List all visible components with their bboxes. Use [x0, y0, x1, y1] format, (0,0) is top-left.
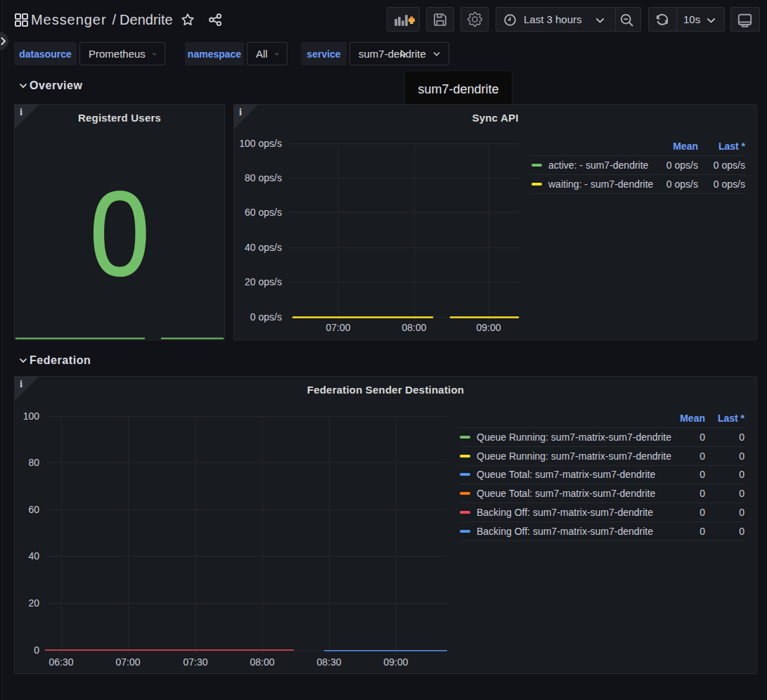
svg-text:07:30: 07:30	[183, 656, 207, 668]
svg-text:20: 20	[28, 597, 39, 609]
svg-text:60: 60	[28, 504, 39, 515]
svg-text:40: 40	[28, 550, 39, 562]
svg-text:100: 100	[23, 410, 40, 422]
svg-text:80: 80	[28, 457, 39, 468]
svg-text:40 ops/s: 40 ops/s	[245, 242, 282, 253]
svg-text:08:00: 08:00	[250, 656, 274, 668]
svg-text:0: 0	[34, 644, 39, 656]
svg-text:08:00: 08:00	[401, 322, 426, 333]
svg-text:0 ops/s: 0 ops/s	[250, 311, 282, 323]
svg-text:09:00: 09:00	[383, 656, 408, 668]
svg-text:07:00: 07:00	[115, 656, 140, 668]
svg-text:20 ops/s: 20 ops/s	[245, 276, 282, 287]
svg-text:06:30: 06:30	[49, 656, 73, 668]
svg-text:80 ops/s: 80 ops/s	[245, 172, 282, 183]
svg-text:08:30: 08:30	[316, 656, 341, 668]
svg-text:60 ops/s: 60 ops/s	[245, 207, 282, 218]
svg-text:100 ops/s: 100 ops/s	[239, 138, 282, 149]
svg-text:07:00: 07:00	[326, 322, 350, 333]
svg-text:09:00: 09:00	[476, 322, 501, 333]
